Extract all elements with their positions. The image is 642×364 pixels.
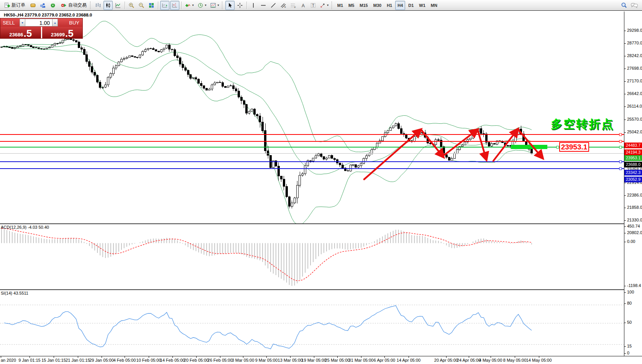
axis-tick-label: 450.74	[627, 224, 640, 228]
toolbar-separator	[181, 2, 182, 9]
time-tick-label: 6 Apr 05:00	[374, 358, 395, 362]
signals-button[interactable]	[48, 1, 57, 10]
cursor-button[interactable]	[225, 1, 235, 10]
bar-chart-button[interactable]	[94, 1, 103, 10]
chat-button[interactable]	[629, 1, 639, 10]
axis-tick-label: 28242.0	[627, 53, 642, 58]
templates-icon	[210, 2, 216, 8]
tile-windows-button[interactable]	[147, 1, 156, 10]
indicators-button[interactable]: ▼	[184, 1, 195, 10]
macd-panel[interactable]: ACD(12,26,9) -4.03 50.40	[0, 224, 642, 289]
main-chart-panel[interactable]: HK50-,H4 23779.0 23779.0 23652.0 23688.0…	[0, 11, 642, 223]
axis-tick	[624, 208, 626, 208]
zoom-out-icon	[138, 2, 144, 8]
data-window-button[interactable]	[38, 1, 48, 10]
trendline-button[interactable]	[269, 1, 278, 10]
rsi-canvas[interactable]	[0, 290, 624, 356]
arrows-button[interactable]: ▼	[319, 1, 330, 10]
vertical-line-icon	[250, 2, 256, 8]
new-order-button[interactable]: 新订单	[2, 1, 28, 10]
volume-decrease-button[interactable]: ▼	[20, 19, 25, 26]
axis-tick-label: 21330.0	[627, 218, 642, 222]
search-button[interactable]	[619, 1, 629, 10]
axis-tick	[624, 69, 626, 69]
time-tick-label: 15 Jan 01:15	[41, 358, 66, 362]
candlestick-chart-button[interactable]	[103, 1, 113, 10]
fibonacci-button[interactable]: F	[289, 1, 298, 10]
toolbar: 新订单 自动交易	[0, 0, 642, 11]
one-click-prices: 23686 .5 23699 .5	[0, 27, 82, 38]
volume-field[interactable]: 1.00	[25, 19, 52, 26]
timeframe-m15[interactable]: M15	[357, 1, 370, 10]
market-watch-button[interactable]	[28, 1, 38, 10]
zoom-in-button[interactable]	[127, 1, 136, 10]
templates-button[interactable]: ▼	[209, 1, 221, 10]
dropdown-caret: ▼	[217, 4, 220, 7]
data-window-icon	[40, 2, 46, 8]
time-tick-label: 14 Feb 05:00	[160, 358, 185, 362]
crosshair-button[interactable]	[235, 1, 245, 10]
time-axis[interactable]: an 20209 Jan 01:1515 Jan 01:1521 Jan 01:…	[0, 356, 642, 364]
axis-tick	[624, 303, 626, 304]
one-click-trading-widget: SELL ▼ 1.00 ▲ BUY 23686 .5 23699	[0, 18, 83, 39]
svg-text:T: T	[312, 3, 314, 7]
price-level-label[interactable]: 23953.1	[559, 142, 589, 152]
axis-tick-label: 28770.0	[627, 41, 642, 45]
text-button[interactable]: A	[299, 1, 308, 10]
timeframe-h1[interactable]: H1	[384, 1, 394, 10]
search-icon	[621, 2, 627, 9]
axis-tick	[624, 94, 626, 94]
crosshair-icon	[237, 2, 243, 8]
auto-scroll-button[interactable]	[160, 1, 169, 10]
price-axis[interactable]: 29298.028770.028242.027698.027170.026642…	[624, 11, 642, 356]
trendline-icon	[270, 2, 276, 8]
axis-tick-label: 25570.0	[627, 117, 642, 121]
new-order-icon	[4, 2, 10, 8]
timeframe-d1[interactable]: D1	[406, 1, 416, 10]
one-click-top-row: SELL ▼ 1.00 ▲ BUY	[0, 18, 82, 27]
chart-shift-button[interactable]	[170, 1, 179, 10]
rsi-panel[interactable]: SI(14) 43.5511	[0, 290, 642, 356]
toolbar-right	[619, 1, 640, 10]
timeframe-h4[interactable]: H4	[395, 1, 405, 10]
line-chart-button[interactable]	[113, 1, 123, 10]
axis-tick-label: 20802.0	[627, 230, 642, 235]
timeframe-m1[interactable]: M1	[335, 1, 345, 10]
timeframe-m5[interactable]: M5	[346, 1, 356, 10]
axis-tick	[624, 353, 626, 354]
timeframe-m30[interactable]: M30	[371, 1, 384, 10]
volume-increase-button[interactable]: ▲	[52, 19, 58, 26]
periods-button[interactable]: ▼	[196, 1, 208, 10]
chart-shift-icon	[172, 2, 178, 8]
svg-text:F: F	[294, 6, 296, 8]
horizontal-line-button[interactable]	[259, 1, 268, 10]
axis-tick	[624, 81, 626, 82]
price-badge: 23052.9	[624, 177, 642, 182]
timeframe-mn[interactable]: MN	[429, 1, 440, 10]
time-tick-label: 14 May 05:00	[526, 358, 552, 362]
candlestick-chart-icon	[105, 2, 111, 8]
time-tick-label: 29 Jan 05:00	[89, 358, 114, 362]
sell-button[interactable]: SELL	[0, 20, 20, 26]
channel-icon: E	[280, 2, 286, 8]
chart-annotation-text[interactable]: 多空转折点	[551, 116, 618, 132]
auto-trading-button[interactable]: 自动交易	[58, 1, 89, 10]
axis-tick-label: 25042.0	[627, 130, 642, 134]
channel-button[interactable]: E	[279, 1, 288, 10]
line-chart-icon	[115, 2, 121, 8]
vertical-line-button[interactable]	[249, 1, 258, 10]
axis-tick-label: 80	[627, 301, 632, 305]
time-tick-label: 25 Mar 05:00	[325, 358, 350, 362]
price-chart-canvas[interactable]	[0, 11, 624, 223]
sell-price-panel[interactable]: 23686 .5	[0, 27, 41, 38]
macd-canvas[interactable]	[0, 224, 624, 289]
dropdown-caret: ▼	[204, 4, 207, 7]
zoom-out-button[interactable]	[137, 1, 146, 10]
text-label-icon: T	[310, 2, 316, 8]
axis-tick	[624, 220, 626, 221]
text-label-button[interactable]: T	[309, 1, 318, 10]
buy-button[interactable]: BUY	[58, 20, 82, 26]
ask-main: 23699	[51, 32, 65, 38]
timeframe-w1[interactable]: W1	[417, 1, 428, 10]
buy-price-panel[interactable]: 23699 .5	[42, 27, 83, 38]
